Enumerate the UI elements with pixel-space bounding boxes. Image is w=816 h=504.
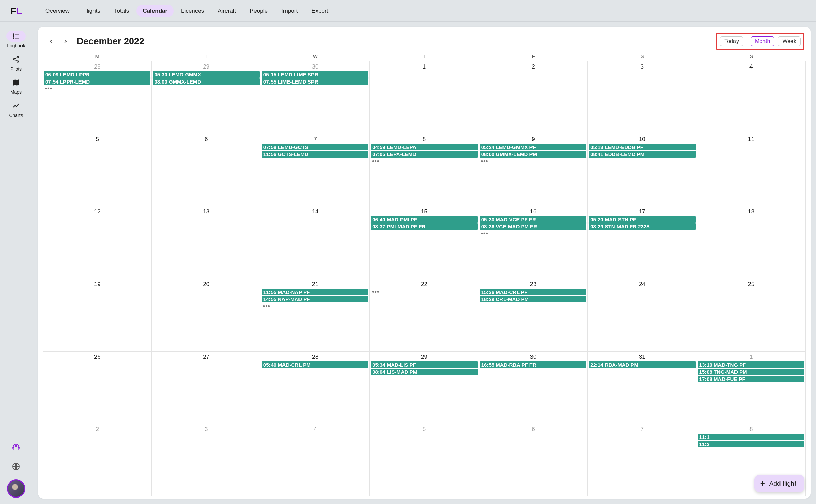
calendar-event[interactable]: 08:36 VCE-MAD PM FR xyxy=(480,223,587,230)
calendar-event[interactable]: 13:10 MAD-TNG PF xyxy=(698,361,805,368)
calendar-event[interactable]: 11:1 xyxy=(698,433,805,441)
calendar-cell[interactable]: 1605:30 MAD-VCE PF FR08:36 VCE-MAD PM FR… xyxy=(479,206,588,279)
nav-item-flights[interactable]: Flights xyxy=(77,5,106,17)
calendar-event[interactable]: 05:30 LEMD-GMMX xyxy=(152,71,260,78)
calendar-cell[interactable]: 4 xyxy=(261,424,370,496)
calendar-cell[interactable]: 1705:20 MAD-STN PF08:29 STN-MAD FR 2328 xyxy=(588,206,697,279)
sidebar-item-maps[interactable]: Maps xyxy=(6,74,26,98)
calendar-cell[interactable]: 905:24 LEMD-GMMX PF08:00 GMMX-LEMD PM••• xyxy=(479,134,588,207)
calendar-cell[interactable]: 4 xyxy=(697,61,806,134)
calendar-event[interactable]: 08:41 EDDB-LEMD PM xyxy=(588,151,696,158)
calendar-cell[interactable]: 20 xyxy=(152,279,261,352)
sidebar-item-pilots[interactable]: Pilots xyxy=(6,51,26,74)
calendar-event[interactable]: 04:59 LEMD-LEPA xyxy=(370,144,478,151)
calendar-event[interactable]: 07:55 LIME-LEMD SPR xyxy=(262,78,369,85)
calendar-cell[interactable]: 2111:55 MAD-NAP PF14:55 NAP-MAD PF••• xyxy=(261,279,370,352)
calendar-cell[interactable]: 12 xyxy=(43,206,152,279)
calendar-cell[interactable]: 25 xyxy=(697,279,806,352)
calendar-event[interactable]: 08:04 LIS-MAD PM xyxy=(370,368,478,375)
nav-item-aircraft[interactable]: Aircraft xyxy=(212,5,242,17)
calendar-cell[interactable]: 707:58 LEMD-GCTS11:56 GCTS-LEMD xyxy=(261,134,370,207)
calendar-event[interactable]: 07:54 LPPR-LEMD xyxy=(44,78,151,85)
more-events-button[interactable]: ••• xyxy=(262,303,369,309)
calendar-cell[interactable]: 2 xyxy=(43,424,152,496)
calendar-cell[interactable]: 2905:30 LEMD-GMMX08:00 GMMX-LEMD xyxy=(152,61,261,134)
more-events-button[interactable]: ••• xyxy=(480,158,587,164)
calendar-cell[interactable]: 804:59 LEMD-LEPA07:05 LEPA-LEMD••• xyxy=(370,134,479,207)
sidebar-item-charts[interactable]: Charts xyxy=(6,98,26,121)
calendar-cell[interactable]: 1506:40 MAD-PMI PF08:37 PMI-MAD PF FR xyxy=(370,206,479,279)
more-events-button[interactable]: ••• xyxy=(480,230,587,236)
calendar-cell[interactable]: 14 xyxy=(261,206,370,279)
calendar-event[interactable]: 08:29 STN-MAD FR 2328 xyxy=(588,223,696,230)
calendar-event[interactable]: 15:36 MAD-CRL PF xyxy=(480,288,587,296)
today-button[interactable]: Today xyxy=(720,36,743,46)
calendar-event[interactable]: 08:37 PMI-MAD PF FR xyxy=(370,223,478,230)
calendar-event[interactable]: 05:34 MAD-LIS PF xyxy=(370,361,478,368)
calendar-event[interactable]: 15:08 TNG-MAD PM xyxy=(698,368,805,375)
avatar[interactable] xyxy=(7,479,25,498)
calendar-cell[interactable]: 113:10 MAD-TNG PF15:08 TNG-MAD PM17:08 M… xyxy=(697,352,806,424)
nav-item-export[interactable]: Export xyxy=(305,5,334,17)
calendar-event[interactable]: 16:55 MAD-RBA PF FR xyxy=(480,361,587,368)
calendar-cell[interactable]: 2905:34 MAD-LIS PF08:04 LIS-MAD PM xyxy=(370,352,479,424)
calendar-event[interactable]: 05:40 MAD-CRL PM xyxy=(262,361,369,368)
nav-item-overview[interactable]: Overview xyxy=(39,5,76,17)
more-events-button[interactable]: ••• xyxy=(44,85,151,91)
calendar-cell[interactable]: 3016:55 MAD-RBA PF FR xyxy=(479,352,588,424)
calendar-event[interactable]: 08:00 GMMX-LEMD PM xyxy=(480,151,587,158)
month-view-button[interactable]: Month xyxy=(751,36,774,46)
calendar-cell[interactable]: 2805:40 MAD-CRL PM xyxy=(261,352,370,424)
more-events-button[interactable]: ••• xyxy=(370,158,478,164)
globe-icon[interactable] xyxy=(9,460,23,473)
calendar-cell[interactable]: 1005:13 LEMD-EDDB PF08:41 EDDB-LEMD PM xyxy=(588,134,697,207)
calendar-event[interactable]: 05:15 LEMD-LIME SPR xyxy=(262,71,369,78)
calendar-cell[interactable]: 24 xyxy=(588,279,697,352)
calendar-cell[interactable]: 11 xyxy=(697,134,806,207)
calendar-cell[interactable]: 13 xyxy=(152,206,261,279)
calendar-cell[interactable]: 1 xyxy=(370,61,479,134)
sidebar-item-logbook[interactable]: Logbook xyxy=(6,28,26,51)
calendar-cell[interactable]: 6 xyxy=(479,424,588,496)
support-icon[interactable] xyxy=(9,440,23,454)
week-view-button[interactable]: Week xyxy=(778,36,801,46)
calendar-event[interactable]: 11:55 MAD-NAP PF xyxy=(262,288,369,296)
calendar-cell[interactable]: 5 xyxy=(370,424,479,496)
calendar-event[interactable]: 05:20 MAD-STN PF xyxy=(588,216,696,223)
calendar-event[interactable]: 06:09 LEMD-LPPR xyxy=(44,71,151,78)
calendar-cell[interactable]: 22••• xyxy=(370,279,479,352)
calendar-event[interactable]: 11:2 xyxy=(698,441,805,448)
next-month-button[interactable] xyxy=(62,38,69,45)
calendar-cell[interactable]: 2806:09 LEMD-LPPR07:54 LPPR-LEMD••• xyxy=(43,61,152,134)
calendar-cell[interactable]: 27 xyxy=(152,352,261,424)
nav-item-totals[interactable]: Totals xyxy=(108,5,135,17)
calendar-cell[interactable]: 5 xyxy=(43,134,152,207)
prev-month-button[interactable] xyxy=(47,38,55,45)
calendar-event[interactable]: 05:13 LEMD-EDDB PF xyxy=(588,144,696,151)
calendar-cell[interactable]: 2 xyxy=(479,61,588,134)
calendar-event[interactable]: 17:08 MAD-FUE PF xyxy=(698,375,805,383)
calendar-cell[interactable]: 3 xyxy=(588,61,697,134)
calendar-cell[interactable]: 3005:15 LEMD-LIME SPR07:55 LIME-LEMD SPR xyxy=(261,61,370,134)
calendar-event[interactable]: 18:29 CRL-MAD PM xyxy=(480,296,587,303)
calendar-event[interactable]: 14:55 NAP-MAD PF xyxy=(262,296,369,303)
calendar-cell[interactable]: 18 xyxy=(697,206,806,279)
calendar-event[interactable]: 07:58 LEMD-GCTS xyxy=(262,144,369,151)
calendar-event[interactable]: 06:40 MAD-PMI PF xyxy=(370,216,478,223)
calendar-cell[interactable]: 6 xyxy=(152,134,261,207)
calendar-event[interactable]: 07:05 LEPA-LEMD xyxy=(370,151,478,158)
nav-item-calendar[interactable]: Calendar xyxy=(136,5,174,17)
calendar-event[interactable]: 05:30 MAD-VCE PF FR xyxy=(480,216,587,223)
calendar-event[interactable]: 05:24 LEMD-GMMX PF xyxy=(480,144,587,151)
calendar-event[interactable]: 22:14 RBA-MAD PM xyxy=(588,361,696,368)
add-flight-button[interactable]: + Add flight xyxy=(754,475,804,492)
more-events-button[interactable]: ••• xyxy=(370,288,478,295)
calendar-cell[interactable]: 3 xyxy=(152,424,261,496)
logo[interactable]: FL xyxy=(0,0,32,21)
nav-item-people[interactable]: People xyxy=(244,5,274,17)
calendar-event[interactable]: 11:56 GCTS-LEMD xyxy=(262,151,369,158)
calendar-cell[interactable]: 7 xyxy=(588,424,697,496)
calendar-cell[interactable]: 19 xyxy=(43,279,152,352)
nav-item-licences[interactable]: Licences xyxy=(175,5,210,17)
nav-item-import[interactable]: Import xyxy=(275,5,304,17)
